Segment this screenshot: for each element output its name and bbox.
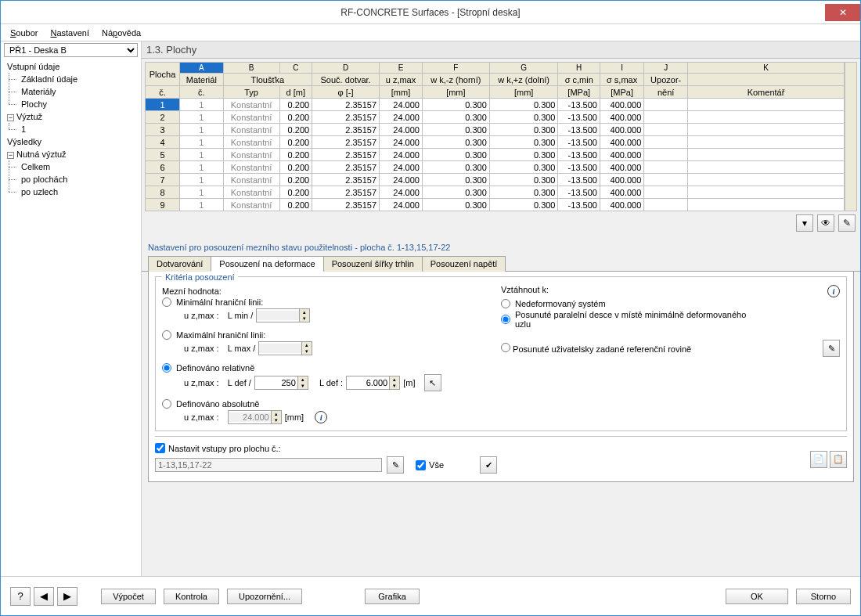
eye-icon[interactable]: 👁 bbox=[817, 214, 834, 232]
tree-surfaces[interactable]: Plochy bbox=[18, 98, 138, 110]
tree-basic[interactable]: Základní údaje bbox=[18, 73, 138, 85]
tab-deflection[interactable]: Posouzení na deformace bbox=[211, 256, 323, 272]
criteria-legend: Kritéria posouzení bbox=[162, 272, 238, 282]
table-row[interactable]: 61Konstantní0.2002.3515724.0000.3000.300… bbox=[146, 161, 845, 174]
pick-surfaces-button[interactable]: ✎ bbox=[387, 456, 404, 474]
menu-help[interactable]: Nápověda bbox=[97, 27, 146, 39]
col-H[interactable]: H bbox=[558, 63, 600, 74]
tree-total[interactable]: Celkem bbox=[18, 160, 138, 173]
tree-req-reinf[interactable]: −Nutná výztuž bbox=[4, 148, 138, 160]
table-row[interactable]: 51Konstantní0.2002.3515724.0000.3000.300… bbox=[146, 149, 845, 161]
radio-min-line[interactable] bbox=[162, 297, 171, 307]
pick-icon[interactable]: ✎ bbox=[838, 214, 856, 232]
radio-relative[interactable] bbox=[162, 363, 171, 373]
spin-abs: ▴▾ bbox=[228, 410, 282, 424]
tree-materials[interactable]: Materiály bbox=[18, 85, 138, 98]
info-icon[interactable]: i bbox=[315, 411, 327, 423]
filter-icon[interactable]: ▾ bbox=[796, 214, 813, 232]
table-row[interactable]: 31Konstantní0.2002.3515724.0000.3000.300… bbox=[146, 124, 845, 136]
tree-input-data[interactable]: Vstupní údaje bbox=[4, 60, 138, 73]
radio-undeformed[interactable] bbox=[501, 299, 510, 308]
spin-lmin: ▴▾ bbox=[256, 308, 310, 322]
tab-stress[interactable]: Posouzení napětí bbox=[422, 256, 506, 272]
chk-set-surface[interactable] bbox=[155, 443, 165, 453]
ok-button[interactable]: OK bbox=[726, 589, 788, 604]
tree-results[interactable]: Výsledky bbox=[4, 135, 138, 148]
col-J[interactable]: J bbox=[644, 63, 688, 74]
tab-crack[interactable]: Posouzení šířky trhlin bbox=[323, 256, 423, 272]
col-E[interactable]: E bbox=[380, 63, 423, 74]
check-button[interactable]: Kontrola bbox=[164, 589, 219, 604]
titlebar: RF-CONCRETE Surfaces - [Stropní deska] ✕ bbox=[1, 1, 860, 24]
table-row[interactable]: 71Konstantní0.2002.3515724.0000.3000.300… bbox=[146, 174, 845, 186]
next-table-icon[interactable]: ▶ bbox=[57, 587, 77, 606]
radio-parallel-plate[interactable] bbox=[501, 315, 510, 324]
settings-panel-title: Nastavení pro posouzení mezního stavu po… bbox=[142, 241, 860, 255]
section-title: 1.3. Plochy bbox=[142, 41, 860, 59]
info-icon-right[interactable]: i bbox=[827, 285, 840, 297]
tree-reinf[interactable]: −Výztuž bbox=[4, 110, 138, 123]
chk-all[interactable] bbox=[416, 460, 426, 470]
graphics-button[interactable]: Grafika bbox=[365, 589, 420, 604]
calc-button[interactable]: Výpočet bbox=[101, 589, 156, 604]
cancel-button[interactable]: Storno bbox=[796, 589, 851, 604]
tree-reinf-1[interactable]: 1 bbox=[18, 123, 138, 135]
paste-icon[interactable]: 📋 bbox=[830, 451, 847, 468]
case-select[interactable]: PŘ1 - Deska B bbox=[4, 43, 138, 57]
menubar: Soubor Nastavení Nápověda bbox=[1, 24, 860, 41]
apply-button[interactable]: ✔ bbox=[480, 456, 497, 474]
col-F[interactable]: F bbox=[422, 63, 489, 74]
hdr-surface[interactable]: Plocha bbox=[146, 63, 180, 86]
right-head: Vztáhnout k: bbox=[501, 285, 549, 297]
menu-settings[interactable]: Nastavení bbox=[45, 27, 94, 39]
table-scrollbar[interactable] bbox=[845, 62, 857, 211]
table-row[interactable]: 91Konstantní0.2002.3515724.0000.3000.300… bbox=[146, 199, 845, 211]
prev-table-icon[interactable]: ◀ bbox=[34, 587, 54, 606]
pick-span-button[interactable]: ↖ bbox=[424, 374, 441, 391]
table-row[interactable]: 21Konstantní0.2002.3515724.0000.3000.300… bbox=[146, 111, 845, 124]
table-row[interactable]: 11Konstantní0.2002.3515724.0000.3000.300… bbox=[146, 99, 845, 111]
tree-by-node[interactable]: po uzlech bbox=[18, 186, 138, 198]
help-icon[interactable]: ? bbox=[10, 587, 31, 606]
col-A[interactable]: A bbox=[180, 63, 224, 74]
warnings-button[interactable]: Upozornění... bbox=[227, 589, 302, 604]
col-C[interactable]: C bbox=[279, 63, 312, 74]
close-button[interactable]: ✕ bbox=[825, 4, 860, 21]
radio-absolute[interactable] bbox=[162, 399, 171, 409]
spin-ldef-length[interactable]: ▴▾ bbox=[346, 376, 400, 390]
left-head: Mezní hodnota: bbox=[162, 286, 501, 296]
surfaces-range-input[interactable] bbox=[155, 458, 382, 472]
tree-by-surface[interactable]: po plochách bbox=[18, 173, 138, 186]
radio-user-plane[interactable] bbox=[501, 343, 510, 352]
copy-icon[interactable]: 📄 bbox=[810, 451, 827, 468]
pick-ref-plane-button[interactable]: ✎ bbox=[823, 340, 840, 357]
col-G[interactable]: G bbox=[489, 63, 558, 74]
menu-file[interactable]: Soubor bbox=[5, 27, 42, 39]
table-row[interactable]: 41Konstantní0.2002.3515724.0000.3000.300… bbox=[146, 136, 845, 149]
window-title: RF-CONCRETE Surfaces - [Stropní deska] bbox=[36, 7, 825, 18]
col-K[interactable]: K bbox=[688, 63, 845, 74]
tab-creep[interactable]: Dotvarování bbox=[148, 256, 211, 272]
surfaces-table[interactable]: Plocha A B C D E F G H I J K Mater bbox=[145, 62, 845, 211]
table-row[interactable]: 81Konstantní0.2002.3515724.0000.3000.300… bbox=[146, 186, 845, 199]
nav-tree: Vstupní údaje Základní údaje Materiály P… bbox=[4, 60, 138, 198]
radio-max-line[interactable] bbox=[162, 330, 171, 340]
spin-lmax: ▴▾ bbox=[258, 341, 312, 355]
spin-ldef-ratio[interactable]: ▴▾ bbox=[254, 376, 308, 390]
col-B[interactable]: B bbox=[223, 63, 279, 74]
col-I[interactable]: I bbox=[600, 63, 643, 74]
tabs: Dotvarování Posouzení na deformace Posou… bbox=[142, 255, 860, 272]
col-D[interactable]: D bbox=[312, 63, 380, 74]
